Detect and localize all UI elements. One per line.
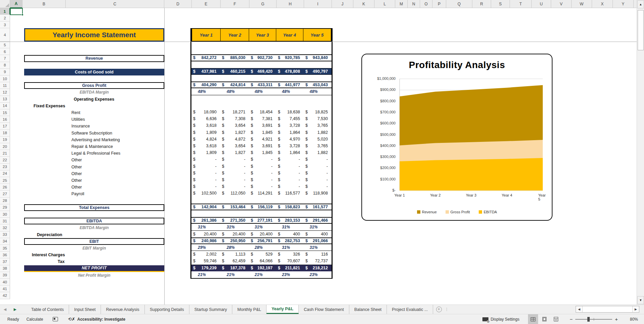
value-cell-row17-year1[interactable]: $3,618 (191, 122, 220, 129)
value-cell-row9-year1[interactable]: $437,981 (191, 68, 220, 74)
value-cell-row37-year5[interactable]: $72,737 (304, 258, 332, 264)
value-cell-row18-year2[interactable]: $1,827 (220, 129, 249, 136)
column-header-e[interactable]: E (192, 0, 221, 8)
value-cell-row17-year4[interactable]: $3,728 (276, 122, 304, 129)
value-cell-row27-year2[interactable]: $112,050 (220, 190, 249, 197)
value-cell-row18-year4[interactable]: $1,864 (276, 129, 304, 136)
value-cell-row20-year3[interactable]: $3,691 (249, 143, 276, 149)
value-cell-row26-year2[interactable]: $- (220, 183, 249, 190)
sheet-tab-table-of-contents[interactable]: Table of Contents (26, 305, 69, 314)
statement-label-gross-profit[interactable]: Gross Profit (24, 82, 164, 89)
row-header-21[interactable]: 21 (0, 150, 10, 157)
value-cell-row7-year3[interactable]: $902,730 (249, 55, 276, 60)
value-cell-row36-year1[interactable]: $2,002 (191, 251, 220, 258)
value-cell-row33-year5[interactable]: $400 (304, 231, 332, 237)
value-cell-row9-year2[interactable]: $460,215 (220, 68, 249, 74)
value-cell-row27-year4[interactable]: $116,577 (276, 190, 304, 197)
value-cell-row12-year3[interactable]: 48% (249, 88, 276, 95)
row-header-37[interactable]: 37 (0, 258, 10, 265)
column-header-s[interactable]: S (491, 0, 510, 8)
statement-label-interest-charges[interactable]: Interest Charges (32, 252, 65, 258)
zoom-in-button[interactable]: + (612, 316, 621, 322)
value-cell-row16-year1[interactable]: $6,636 (191, 115, 220, 122)
value-cell-row31-year1[interactable]: $261,386 (191, 218, 220, 223)
statement-label-ebit[interactable]: EBIT (24, 238, 164, 245)
value-cell-row25-year1[interactable]: $- (191, 176, 220, 183)
value-cell-row36-year2[interactable]: $1,113 (220, 251, 249, 258)
value-cell-row21-year5[interactable]: $1,882 (304, 149, 332, 156)
statement-label-ebitda-margin[interactable]: EBITDA Margin (24, 89, 164, 96)
column-header-u[interactable]: U (532, 0, 551, 8)
row-header-1[interactable]: 1 (0, 8, 10, 15)
new-sheet-button[interactable]: + (433, 305, 445, 314)
statement-label-net-profit[interactable]: NET PROFIT (24, 265, 164, 272)
value-cell-row11-year2[interactable]: $424,814 (220, 82, 249, 88)
statement-label-ebitda-margin[interactable]: EBITDA Margin (24, 224, 164, 231)
accessibility-status[interactable]: Accessibility: Investigate (77, 317, 125, 322)
column-header-c[interactable]: C (66, 0, 164, 8)
value-cell-row29-year5[interactable]: $161,577 (304, 204, 332, 210)
value-cell-row34-year3[interactable]: $256,791 (249, 238, 276, 244)
scroll-down-button[interactable]: ▼ (637, 296, 644, 304)
year-header-2[interactable]: Year 2 (221, 29, 249, 41)
row-header-28[interactable]: 28 (0, 198, 10, 204)
value-cell-row31-year2[interactable]: $271,350 (220, 218, 249, 223)
row-header-34[interactable]: 34 (0, 238, 10, 245)
fill-handle[interactable] (21, 14, 23, 16)
row-header-15[interactable]: 15 (0, 109, 10, 116)
value-cell-row16-year3[interactable]: $7,381 (249, 115, 276, 122)
value-cell-row35-year4[interactable]: 31% (276, 244, 304, 251)
row-header-17[interactable]: 17 (0, 123, 10, 129)
value-cell-row38-year2[interactable]: $187,378 (220, 265, 249, 271)
value-cell-row38-year4[interactable]: $211,821 (276, 265, 304, 271)
value-cell-row38-year3[interactable]: $192,197 (249, 265, 276, 271)
statement-label-legal-professional-fees[interactable]: Legal & Professional Fees (71, 150, 120, 157)
column-header-m[interactable]: M (395, 0, 408, 8)
value-cell-row15-year5[interactable]: $18,825 (304, 109, 332, 115)
value-cell-row35-year5[interactable]: 31% (304, 244, 332, 251)
row-header-13[interactable]: 13 (0, 96, 10, 103)
zoom-slider-thumb[interactable] (587, 317, 590, 322)
normal-view-button[interactable] (528, 314, 538, 324)
value-cell-row11-year1[interactable]: $404,290 (191, 82, 220, 88)
zoom-slider-track[interactable] (575, 319, 612, 320)
value-cell-row9-year4[interactable]: $478,808 (276, 68, 304, 74)
value-cell-row34-year5[interactable]: $291,066 (304, 238, 332, 244)
value-cell-row21-year2[interactable]: $1,827 (220, 149, 249, 156)
row-header-29[interactable]: 29 (0, 204, 10, 211)
column-header-y[interactable]: Y (613, 0, 634, 8)
column-header-w[interactable]: W (572, 0, 592, 8)
sheet-tab-supporting-details[interactable]: Supporting Details (145, 305, 189, 314)
row-header-22[interactable]: 22 (0, 157, 10, 163)
statement-title[interactable]: Yearly Income Statement (24, 28, 164, 42)
value-cell-row20-year2[interactable]: $3,654 (220, 143, 249, 149)
value-cell-row24-year3[interactable]: $- (249, 170, 276, 176)
horizontal-scroll-thumb[interactable] (583, 306, 613, 312)
value-cell-row18-year1[interactable]: $1,809 (191, 129, 220, 136)
value-cell-row24-year2[interactable]: $- (220, 170, 249, 176)
sheet-tab-cash-flow-statement[interactable]: Cash Flow Statement (299, 305, 349, 314)
value-cell-row29-year1[interactable]: $142,904 (191, 204, 220, 210)
value-cell-row19-year4[interactable]: $4,970 (276, 136, 304, 143)
statement-label-other[interactable]: Other (71, 164, 82, 170)
value-cell-row29-year3[interactable]: $156,119 (249, 204, 276, 210)
value-cell-row22-year4[interactable]: $- (276, 156, 304, 163)
row-header-10[interactable]: 10 (0, 75, 10, 82)
zoom-out-button[interactable]: − (567, 316, 575, 322)
column-header-p[interactable]: P (432, 0, 446, 8)
value-cell-row37-year2[interactable]: $62,459 (220, 258, 249, 264)
row-header-33[interactable]: 33 (0, 231, 10, 238)
statement-label-total-expenses[interactable]: Total Expenses (24, 204, 164, 211)
column-header-t[interactable]: T (510, 0, 532, 8)
statement-label-other[interactable]: Other (71, 157, 82, 163)
value-cell-row7-year1[interactable]: $842,272 (191, 55, 220, 60)
value-cell-row15-year4[interactable]: $18,638 (276, 109, 304, 115)
row-header-6[interactable]: 6 (0, 48, 10, 55)
value-cell-row27-year1[interactable]: $102,500 (191, 190, 220, 197)
value-cell-row19-year3[interactable]: $4,921 (249, 136, 276, 143)
statement-label-ebitda[interactable]: EBITDA (24, 218, 164, 224)
year-header-5[interactable]: Year 5 (303, 29, 331, 41)
year-header-3[interactable]: Year 3 (249, 29, 276, 41)
value-cell-row38-year5[interactable]: $218,212 (304, 265, 332, 271)
vertical-scrollbar[interactable]: ▲ ▼ (637, 0, 644, 305)
